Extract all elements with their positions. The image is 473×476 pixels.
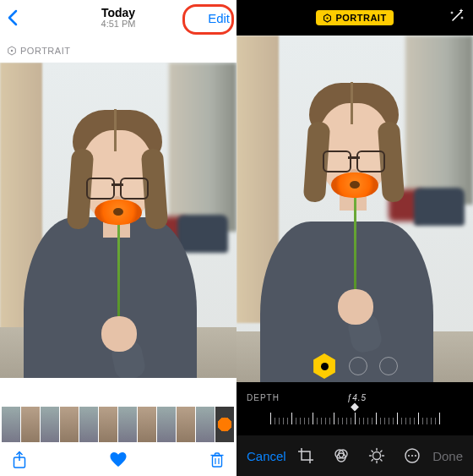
depth-label: DEPTH <box>247 393 280 402</box>
filters-tool-button[interactable] <box>333 447 350 464</box>
photo-mode-label: PORTRAIT <box>20 46 70 56</box>
thumbnail[interactable] <box>2 407 20 442</box>
portrait-pill-label: PORTRAIT <box>335 13 386 23</box>
thumbnail[interactable] <box>215 407 234 442</box>
nav-title: Today <box>0 7 236 19</box>
svg-line-22 <box>381 451 382 451</box>
depth-slider[interactable] <box>236 406 473 424</box>
thumbnail[interactable] <box>21 407 40 442</box>
lighting-option[interactable] <box>379 357 398 375</box>
photo-mode-badge: PORTRAIT <box>0 36 236 63</box>
svg-line-20 <box>381 460 382 461</box>
crop-tool-button[interactable] <box>297 447 314 464</box>
delete-button[interactable] <box>209 451 225 468</box>
thumbnail-strip[interactable] <box>0 407 236 442</box>
svg-point-24 <box>408 455 410 457</box>
portrait-hex-icon <box>7 46 17 56</box>
svg-line-21 <box>372 460 372 461</box>
bottom-toolbar <box>0 444 236 476</box>
thumbnail[interactable] <box>79 407 98 442</box>
adjust-tool-button[interactable] <box>368 447 385 464</box>
svg-point-26 <box>415 455 416 457</box>
svg-point-14 <box>373 452 381 460</box>
more-tool-button[interactable] <box>404 447 421 464</box>
depth-fstop-value: ƒ4.5 <box>347 393 367 402</box>
edit-top-bar: PORTRAIT <box>236 0 473 36</box>
thumbnail[interactable] <box>177 407 195 442</box>
share-button[interactable] <box>12 451 27 469</box>
photo-main[interactable] <box>0 63 236 378</box>
svg-rect-4 <box>213 456 222 467</box>
nav-bar: Today 4:51 PM Edit <box>0 0 236 36</box>
thumbnail[interactable] <box>196 407 215 442</box>
back-button[interactable] <box>7 9 27 26</box>
portrait-hex-icon <box>323 14 332 23</box>
lighting-option-selected[interactable] <box>312 353 337 379</box>
svg-point-1 <box>11 50 13 52</box>
svg-point-9 <box>327 17 329 19</box>
thumbnail[interactable] <box>138 407 156 442</box>
thumbnail[interactable] <box>41 407 59 442</box>
edit-tools-group <box>297 447 421 464</box>
edit-button[interactable]: Edit <box>208 11 230 25</box>
nav-subtitle: 4:51 PM <box>0 19 236 30</box>
svg-line-19 <box>372 451 372 451</box>
thumbnail[interactable] <box>99 407 117 442</box>
favorite-button[interactable] <box>109 451 128 468</box>
auto-enhance-button[interactable] <box>449 8 465 24</box>
cancel-button[interactable]: Cancel <box>247 449 286 463</box>
portrait-mode-toggle[interactable]: PORTRAIT <box>316 10 393 25</box>
photo-edit-screen: PORTRAIT DEPTH ƒ4.5 <box>236 0 473 476</box>
portrait-lighting-dial[interactable] <box>312 353 398 379</box>
photos-viewer-screen: Today 4:51 PM Edit PORTRAIT <box>0 0 236 476</box>
thumbnail[interactable] <box>118 407 137 442</box>
lighting-option[interactable] <box>349 357 367 375</box>
thumbnail[interactable] <box>157 407 176 442</box>
svg-point-25 <box>411 455 413 457</box>
nav-title-group: Today 4:51 PM <box>0 7 236 30</box>
photo-edit-canvas[interactable] <box>236 36 473 382</box>
thumbnail[interactable] <box>60 407 79 442</box>
edit-bottom-toolbar: Cancel Done <box>236 435 473 476</box>
done-button[interactable]: Done <box>432 449 463 463</box>
svg-line-10 <box>453 12 461 20</box>
